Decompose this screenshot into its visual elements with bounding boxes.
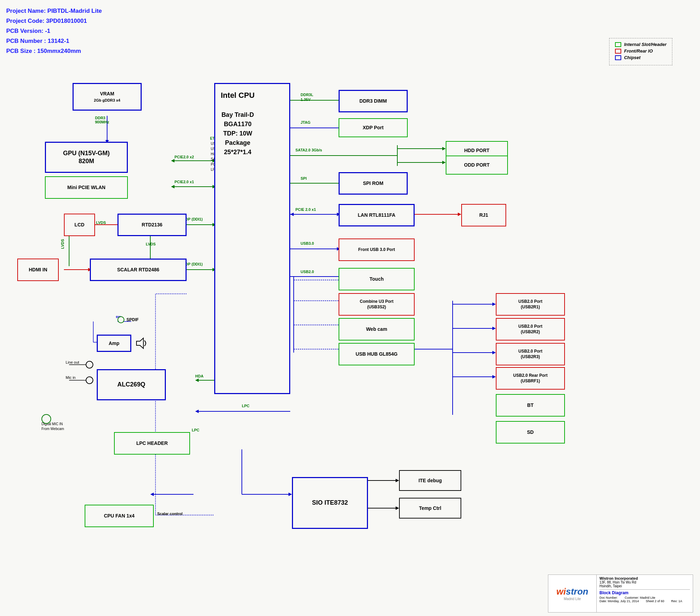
comp-spdif-icon xyxy=(117,316,124,323)
comp-usb2r1: USB2.0 Port(USB2R1) xyxy=(496,293,565,316)
wistron-logo: wistron xyxy=(556,586,588,597)
comp-ite-debug-label: ITE debug xyxy=(418,477,442,484)
label-line-out: Line out xyxy=(66,360,79,364)
comp-scalar-label: SCALAR RTD2486 xyxy=(117,267,159,273)
comp-mini-pcie: Mini PCIE WLAN xyxy=(45,176,128,199)
comp-front-usb: Front USB 3.0 Port xyxy=(339,239,415,261)
svg-marker-41 xyxy=(288,493,292,496)
comp-hdmi-in: HDMI IN xyxy=(17,259,59,281)
comp-spdif-row: SPDIF xyxy=(117,316,139,323)
comp-front-usb-label: Front USB 3.0 Port xyxy=(358,247,395,253)
comp-digital-mic-icon xyxy=(41,414,51,424)
comp-rtd2136-label: RTD2136 xyxy=(142,222,162,228)
comp-usb2rf1: USB2.0 Rear Port(USBRF1) xyxy=(496,367,565,390)
comp-touch: Touch xyxy=(339,268,415,290)
footer-rev: Rev: 1A xyxy=(671,599,682,603)
comp-hdmi-in-label: HDMI IN xyxy=(29,267,47,273)
comp-alc269q: ALC269Q xyxy=(97,369,166,400)
comp-combine-u3: Combine U3 Port(USB3S2) xyxy=(339,293,415,316)
svg-marker-47 xyxy=(150,493,154,496)
comp-spdif-label: SPDIF xyxy=(126,317,139,322)
comp-odd-port-label: ODD PORT xyxy=(464,162,490,168)
legend: Internal Slot/Header Front/Rear IO Chips… xyxy=(609,38,672,65)
project-name-value: PIBTDL-Madrid Lite xyxy=(47,8,102,14)
comp-vram-label: VRAM2Gb gDDR3 x4 xyxy=(94,91,120,103)
comp-usb-hub-label: USB HUB GL854G xyxy=(356,351,397,357)
comp-usb2r1-label: USB2.0 Port(USB2R1) xyxy=(518,299,542,310)
footer-date-sheet: Date: Monday, July 21, 2014 Sheet 2 of 6… xyxy=(599,599,690,603)
svg-marker-14 xyxy=(290,213,294,216)
footer-sheet: Sheet 2 of 60 xyxy=(646,599,664,603)
comp-rtd2136: RTD2136 xyxy=(117,214,187,236)
footer-logo-area: wistron Madrid Lite xyxy=(548,575,597,612)
comp-webcam: Web cam xyxy=(339,318,415,340)
pcb-number-label: PCB Number : xyxy=(6,38,46,44)
comp-xdp-port-label: XDP Port xyxy=(363,124,384,131)
comp-bt-label: BT xyxy=(527,402,534,408)
signal-pcie-gpu: PCIE2.0 x2 xyxy=(174,155,194,159)
comp-combine-u3-label: Combine U3 Port(USB3S2) xyxy=(360,299,393,310)
legend-box-green xyxy=(615,42,621,47)
signal-pcie-lan: PCIE 2.0 x1 xyxy=(295,207,316,212)
pcb-number-value: 13142-1 xyxy=(48,38,69,44)
signal-135v: 1.35V xyxy=(301,97,311,102)
label-scalar-control: Scalar control xyxy=(157,512,182,516)
comp-spi-rom-label: SPI ROM xyxy=(363,180,383,186)
comp-sd: SD xyxy=(496,421,565,444)
signal-ddr3l: DDR3L xyxy=(301,93,313,97)
signal-sata2: SATA2.0 3Gb/s xyxy=(295,148,322,152)
comp-mini-pcie-label: Mini PCIE WLAN xyxy=(67,184,105,190)
signal-jtag: JTAG xyxy=(301,120,311,124)
comp-amp-label: Amp xyxy=(108,340,119,346)
comp-usb2rf1-label: USB2.0 Rear Port(USBRF1) xyxy=(513,373,547,384)
footer-company: Wistron Incorporated xyxy=(599,576,690,580)
comp-cpu-fan: CPU FAN 1x4 xyxy=(85,505,154,527)
svg-marker-36 xyxy=(195,379,199,382)
legend-item-green: Internal Slot/Header xyxy=(615,42,666,47)
pcb-version-label: PCB Version: xyxy=(6,28,44,34)
project-info: Project Name: PIBTDL-Madrid Lite Project… xyxy=(6,6,102,56)
signal-lvds-lcd: LVDS xyxy=(96,221,106,225)
footer-details: Wistron Incorporated 13F, 88, Hsin Tsi W… xyxy=(597,575,693,612)
diagram-container: { "project": { "name_label": "Project Na… xyxy=(0,0,700,616)
svg-marker-7 xyxy=(442,147,446,150)
comp-intel-cpu: Intel CPU Bay Trail-DBGA1170TDP: 10WPack… xyxy=(214,83,290,394)
speaker-icon xyxy=(135,336,149,350)
comp-gpu-label: GPU (N15V-GM)820M xyxy=(63,149,110,166)
signal-spi: SPI xyxy=(301,176,307,180)
signal-usb20: USB2.0 xyxy=(301,270,314,274)
svg-marker-43 xyxy=(396,479,399,482)
comp-sio: SIO ITE8732 xyxy=(292,477,368,529)
signal-lpc-header: LPC xyxy=(192,428,199,432)
legend-item-red: Front/Rear IO xyxy=(615,48,666,54)
svg-marker-38 xyxy=(195,410,199,413)
legend-label-green: Internal Slot/Header xyxy=(624,42,666,47)
signal-pcie-mini: PCIE2.0 x1 xyxy=(174,180,194,184)
comp-sio-label: SIO ITE8732 xyxy=(312,499,348,507)
footer-project: Madrid Lite xyxy=(556,597,588,601)
comp-lpc-header: LPC HEADER xyxy=(114,432,190,455)
footer: wistron Madrid Lite Wistron Incorporated… xyxy=(548,575,693,613)
label-mic-in: Mic in xyxy=(66,375,76,380)
comp-lcd-label: LCD xyxy=(75,222,85,228)
comp-alc269q-label: ALC269Q xyxy=(117,381,145,389)
svg-marker-52 xyxy=(171,159,174,162)
comp-rj1-label: RJ1 xyxy=(479,212,488,218)
comp-usb-hub: USB HUB GL854G xyxy=(339,343,415,365)
footer-address: 13F, 88, Hsin Tsi Wu RdHsindih, Taipei xyxy=(599,580,690,588)
footer-meta: Doc Number: Customer: Madrid Lite xyxy=(599,596,690,599)
comp-lan: LAN RTL8111FA xyxy=(339,204,415,226)
comp-spi-rom: SPI ROM xyxy=(339,172,408,195)
comp-ddr3-dimm: DDR3 DIMM xyxy=(339,90,408,112)
comp-gpu: GPU (N15V-GM)820M xyxy=(45,142,128,173)
svg-marker-32 xyxy=(492,351,496,354)
comp-temp-ctrl-label: Temp Ctrl xyxy=(419,505,441,511)
comp-amp: Amp xyxy=(97,335,131,352)
footer-title: Block Diagram xyxy=(599,590,690,595)
legend-box-blue xyxy=(615,55,621,60)
svg-marker-55 xyxy=(171,185,174,188)
comp-ite-debug: ITE debug xyxy=(399,470,461,491)
comp-lpc-header-label: LPC HEADER xyxy=(136,440,168,446)
comp-usb2r2-label: USB2.0 Port(USB2R2) xyxy=(518,324,542,335)
footer-date: Date: Monday, July 21, 2014 xyxy=(599,599,639,603)
